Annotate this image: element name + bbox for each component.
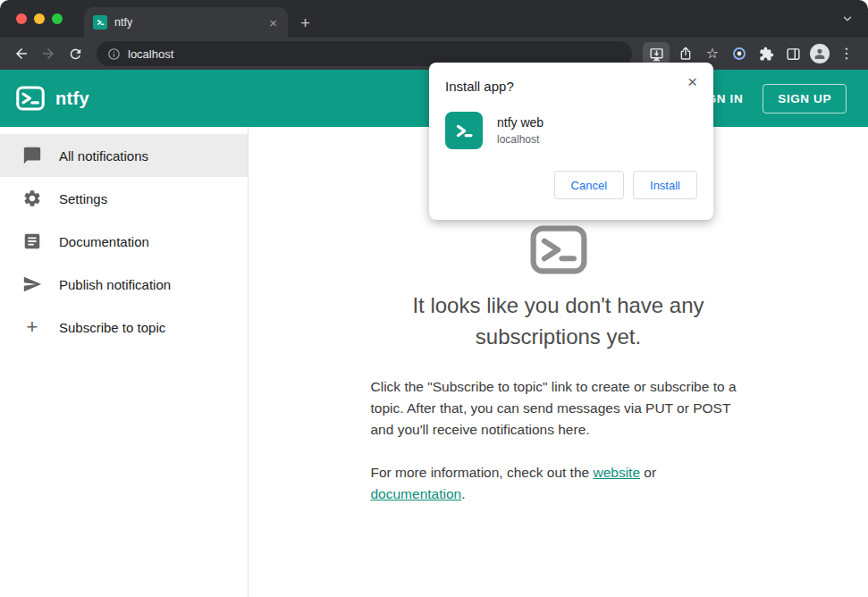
sidebar: All notifications Settings Documentation…	[0, 127, 249, 597]
tab-title: ntfy	[114, 16, 260, 29]
plus-icon: +	[21, 316, 43, 338]
browser-window: ntfy × + localhost ☆	[0, 0, 868, 597]
tab-strip: ntfy × +	[0, 0, 868, 38]
sidebar-item-subscribe-to-topic[interactable]: + Subscribe to topic	[0, 306, 248, 349]
more-info-prefix: For more information, check out the	[371, 465, 594, 480]
install-dialog-title: Install app?	[445, 79, 697, 94]
extension-badge-icon[interactable]	[727, 41, 752, 66]
install-dialog-actions: Cancel Install	[445, 171, 697, 199]
sidebar-item-all-notifications[interactable]: All notifications	[0, 134, 248, 177]
ntfy-empty-state-logo-icon	[530, 225, 587, 278]
send-icon	[21, 273, 43, 295]
browser-tab-ntfy[interactable]: ntfy ×	[84, 7, 288, 38]
ntfy-logo-icon	[16, 86, 45, 111]
sidebar-item-label: Subscribe to topic	[59, 320, 165, 335]
tab-close-icon[interactable]: ×	[267, 16, 279, 29]
minimize-window-button[interactable]	[34, 13, 45, 24]
install-app-origin: localhost	[497, 133, 544, 146]
more-info-middle: or	[640, 465, 656, 480]
window-controls	[16, 13, 63, 24]
empty-state-heading: It looks like you don't have any subscri…	[353, 290, 764, 353]
gear-icon	[21, 188, 43, 209]
close-window-button[interactable]	[16, 13, 27, 24]
browser-menu-icon[interactable]: ⋮	[834, 41, 859, 66]
more-info-suffix: .	[461, 486, 465, 501]
sidebar-item-label: Settings	[59, 191, 107, 206]
site-info-icon[interactable]	[107, 47, 121, 61]
dialog-close-icon[interactable]: ×	[684, 71, 701, 92]
url-text: localhost	[128, 47, 173, 61]
ntfy-app-icon	[445, 112, 483, 149]
tab-search-chevron-icon[interactable]	[841, 13, 854, 29]
install-button[interactable]: Install	[633, 171, 697, 199]
ntfy-favicon-icon	[93, 15, 107, 29]
sidebar-item-label: Documentation	[59, 234, 149, 249]
new-tab-button[interactable]: +	[300, 14, 310, 31]
empty-state-paragraph: Click the "Subscribe to topic" link to c…	[371, 376, 746, 441]
side-panel-icon[interactable]	[780, 41, 805, 66]
brand-title: ntfy	[55, 88, 89, 109]
documentation-link[interactable]: documentation	[371, 486, 462, 501]
install-app-dialog: Install app? × ntfy web localhost Cancel…	[429, 63, 713, 220]
back-icon[interactable]	[9, 41, 34, 66]
cancel-button[interactable]: Cancel	[554, 171, 624, 199]
article-icon	[21, 231, 43, 252]
sign-up-button[interactable]: SIGN UP	[763, 84, 847, 114]
profile-avatar[interactable]	[807, 41, 832, 66]
reload-icon[interactable]	[63, 41, 88, 66]
sidebar-item-documentation[interactable]: Documentation	[0, 220, 248, 263]
sidebar-item-label: All notifications	[59, 148, 148, 164]
sidebar-item-label: Publish notification	[59, 277, 171, 292]
forward-icon[interactable]	[36, 41, 61, 66]
extensions-puzzle-icon[interactable]	[754, 41, 779, 66]
website-link[interactable]: website	[593, 465, 640, 480]
install-app-name: ntfy web	[497, 115, 544, 130]
zoom-window-button[interactable]	[52, 13, 63, 24]
install-dialog-app-row: ntfy web localhost	[445, 112, 697, 149]
sidebar-item-publish-notification[interactable]: Publish notification	[0, 263, 248, 306]
chat-icon	[21, 145, 43, 166]
sidebar-item-settings[interactable]: Settings	[0, 177, 248, 220]
empty-state-more-info: For more information, check out the webs…	[371, 462, 746, 505]
